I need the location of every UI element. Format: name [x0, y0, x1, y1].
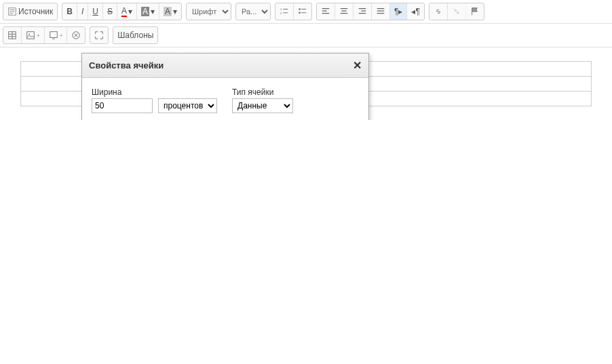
strike-button[interactable]: S — [103, 3, 117, 20]
source-label: Источник — [18, 7, 53, 16]
font-select[interactable]: Шрифт — [187, 3, 231, 20]
width-label: Ширина — [92, 87, 218, 97]
link-icon — [434, 7, 443, 16]
table-button[interactable] — [3, 27, 22, 43]
svg-point-3 — [299, 8, 301, 10]
width-input[interactable] — [92, 98, 153, 113]
svg-rect-8 — [50, 32, 57, 38]
pilcrow-ltr-icon: ¶▸ — [394, 7, 402, 16]
celltype-label: Тип ячейки — [232, 87, 359, 97]
templates-button[interactable]: Шаблоны — [113, 27, 157, 43]
table-icon — [7, 31, 17, 40]
image-icon — [26, 31, 35, 40]
numbered-list-button[interactable]: 12 — [275, 3, 294, 20]
anchor-button[interactable] — [466, 3, 484, 20]
flag-icon — [470, 7, 480, 16]
maximize-button[interactable] — [90, 27, 108, 43]
svg-rect-6 — [27, 32, 35, 39]
svg-text:2: 2 — [280, 12, 282, 15]
italic-button[interactable]: I — [77, 3, 88, 20]
align-right-button[interactable] — [353, 3, 372, 20]
embed-icon — [49, 31, 58, 40]
dialog-title: Свойства ячейки — [89, 60, 164, 70]
close-button[interactable]: ✕ — [353, 59, 362, 72]
svg-text:1: 1 — [280, 7, 282, 11]
align-right-icon — [358, 7, 367, 16]
align-center-icon — [339, 7, 349, 16]
special-char-button[interactable] — [67, 27, 85, 43]
cell-properties-dialog: Свойства ячейки ✕ Ширина процентов Высот… — [81, 53, 369, 120]
source-icon — [7, 7, 17, 16]
embed-button[interactable]: + — [45, 27, 68, 43]
align-justify-button[interactable] — [372, 3, 390, 20]
pilcrow-rtl-icon: ◂¶ — [411, 7, 419, 16]
svg-point-4 — [299, 12, 301, 14]
editor-content: Свойства ячейки ✕ Ширина процентов Высот… — [0, 47, 612, 120]
numbered-list-icon: 12 — [280, 7, 289, 16]
bg-color-button[interactable]: A▾ — [137, 3, 159, 20]
link-button[interactable] — [429, 3, 448, 20]
bold-button[interactable]: B — [62, 3, 77, 20]
remove-format-button[interactable]: A▾ — [159, 3, 181, 20]
image-button[interactable]: + — [22, 27, 45, 43]
ltr-button[interactable]: ¶▸ — [390, 3, 407, 20]
rtl-button[interactable]: ◂¶ — [407, 3, 423, 20]
width-unit-select[interactable]: процентов — [158, 98, 217, 113]
special-char-icon — [71, 31, 81, 40]
align-justify-icon — [376, 7, 385, 16]
underline-button[interactable]: U — [88, 3, 103, 20]
align-left-icon — [321, 7, 330, 16]
toolbar-row-1: Источник B I U S A▾ A▾ A▾ Шрифт Ра... 12… — [0, 0, 612, 24]
bullet-list-button[interactable] — [294, 3, 311, 20]
toolbar-row-2: + + Шаблоны — [0, 24, 612, 47]
unlink-icon — [452, 7, 461, 16]
align-left-button[interactable] — [317, 3, 335, 20]
bullet-list-icon — [298, 7, 307, 16]
text-color-button[interactable]: A▾ — [117, 3, 137, 20]
unlink-button[interactable] — [448, 3, 466, 20]
size-select[interactable]: Ра... — [236, 3, 270, 20]
maximize-icon — [94, 31, 104, 40]
align-center-button[interactable] — [335, 3, 353, 20]
svg-point-7 — [28, 33, 30, 35]
source-button[interactable]: Источник — [3, 3, 57, 20]
celltype-select[interactable]: Данные — [232, 98, 293, 113]
dialog-titlebar[interactable]: Свойства ячейки ✕ — [82, 54, 368, 78]
